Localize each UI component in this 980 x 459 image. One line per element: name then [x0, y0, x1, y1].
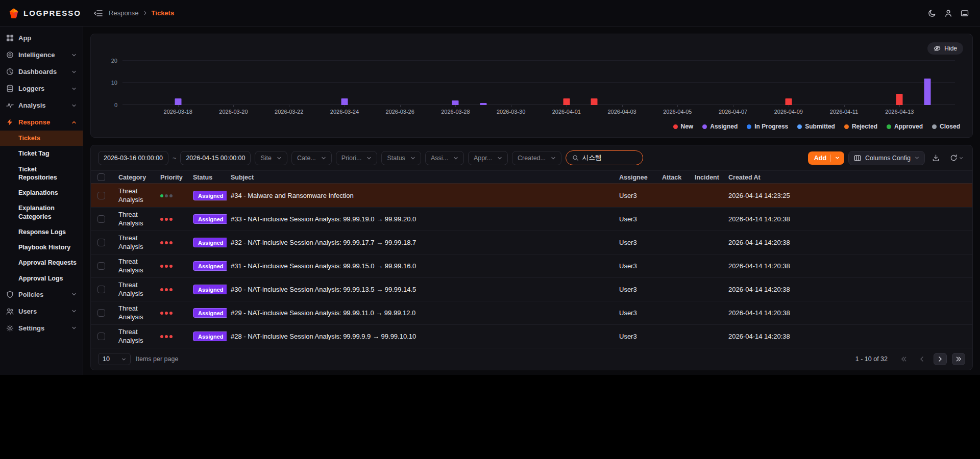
legend-item-in-progress[interactable]: In Progress — [747, 123, 788, 130]
last-page-button[interactable] — [952, 353, 965, 365]
table-row[interactable]: Threat AnalysisAssigned#30 - NAT-inclusi… — [91, 278, 972, 301]
priority-dot-icon — [160, 241, 163, 244]
ticket-subject[interactable]: #29 - NAT-inclusive Session Analysis: 99… — [227, 309, 615, 317]
row-checkbox[interactable] — [97, 309, 105, 317]
add-ticket-button[interactable]: Add — [808, 151, 844, 165]
filter-dropdown-created[interactable]: Created... — [512, 151, 561, 165]
row-checkbox[interactable] — [97, 286, 105, 293]
ticket-subject[interactable]: #34 - Malware and Ransomware Infection — [227, 192, 615, 199]
column-header-priority[interactable]: Priority — [156, 174, 189, 181]
logpresso-logo[interactable]: LOGPRESSO — [8, 8, 81, 19]
sidebar-item-app[interactable]: App — [0, 30, 83, 46]
search-input[interactable]: 시스템 — [566, 150, 643, 165]
row-checkbox[interactable] — [97, 239, 105, 246]
bar-assigned-2026-03-18[interactable] — [175, 98, 181, 105]
user-menu-button[interactable] — [941, 6, 955, 20]
sidebar-subitem-explanations[interactable]: Explanations — [0, 185, 83, 200]
hide-chart-button[interactable]: Hide — [927, 42, 963, 55]
row-checkbox[interactable] — [97, 192, 105, 199]
column-header-status[interactable]: Status — [189, 174, 227, 181]
sidebar-subitem-explanation-categories[interactable]: Explanation Categories — [0, 200, 83, 224]
table-row[interactable]: Threat AnalysisAssigned#29 - NAT-inclusi… — [91, 301, 972, 325]
table-row[interactable]: Threat AnalysisAssigned#28 - NAT-inclusi… — [91, 325, 972, 348]
row-checkbox[interactable] — [97, 215, 105, 223]
legend-item-assigned[interactable]: Assigned — [702, 123, 738, 130]
sidebar-item-loggers[interactable]: Loggers — [0, 80, 83, 97]
legend-item-closed[interactable]: Closed — [932, 123, 960, 130]
sidebar-item-intelligence[interactable]: Intelligence — [0, 46, 83, 63]
ticket-subject[interactable]: #28 - NAT-inclusive Session Analysis: 99… — [227, 333, 615, 340]
shortcuts-button[interactable] — [958, 6, 972, 20]
ticket-priority — [156, 312, 189, 315]
row-checkbox[interactable] — [97, 262, 105, 270]
bar-new-2026-04-09[interactable] — [785, 98, 792, 105]
sidebar-item-dashboards[interactable]: Dashboards — [0, 63, 83, 80]
filter-dropdown-cate[interactable]: Cate... — [291, 151, 332, 165]
filter-dropdown-assi[interactable]: Assi... — [425, 151, 464, 165]
page-size-select[interactable]: 10 — [98, 353, 131, 365]
sidebar-item-users[interactable]: Users — [0, 303, 83, 320]
sidebar-subitem-tickets[interactable]: Tickets — [0, 131, 83, 146]
filter-dropdown-label: Created... — [518, 155, 546, 162]
column-header-category[interactable]: Category — [114, 174, 156, 181]
sidebar-item-analysis[interactable]: Analysis — [0, 97, 83, 114]
table-row[interactable]: Threat AnalysisAssigned#31 - NAT-inclusi… — [91, 254, 972, 278]
prev-page-button[interactable] — [915, 353, 928, 365]
filter-dropdown-appr[interactable]: Appr... — [468, 151, 508, 165]
breadcrumb-response[interactable]: Response — [109, 9, 139, 17]
column-header-created-at[interactable]: Created At — [724, 174, 792, 181]
sidebar-subitem-ticket-repositories[interactable]: Ticket Repositories — [0, 162, 83, 186]
filter-dropdown-status[interactable]: Status — [381, 151, 421, 165]
select-all-checkbox[interactable] — [97, 173, 105, 181]
row-checkbox[interactable] — [97, 333, 105, 340]
legend-item-approved[interactable]: Approved — [887, 123, 923, 130]
legend-item-submitted[interactable]: Submitted — [797, 123, 835, 130]
ticket-subject[interactable]: #31 - NAT-inclusive Session Analysis: 99… — [227, 262, 615, 270]
bar-assigned-2026-04-14[interactable] — [924, 79, 930, 106]
bar-assigned-2026-03-24[interactable] — [341, 98, 348, 105]
ticket-subject[interactable]: #33 - NAT-inclusive Session Analysis: 99… — [227, 215, 615, 223]
ticket-subject[interactable]: #30 - NAT-inclusive Session Analysis: 99… — [227, 286, 615, 293]
sidebar-item-response[interactable]: Response — [0, 114, 83, 131]
columns-config-button[interactable]: Columns Config — [848, 151, 925, 165]
sidebar-item-settings[interactable]: Settings — [0, 320, 83, 337]
breadcrumb-tickets[interactable]: Tickets — [152, 9, 175, 17]
sidebar-collapse-button[interactable] — [91, 7, 105, 20]
bar-assigned-2026-03-28[interactable] — [452, 100, 459, 105]
bar-new-2026-04-01[interactable] — [563, 98, 570, 105]
bar-new-2026-04-02[interactable] — [591, 98, 598, 105]
table-row[interactable]: Threat AnalysisAssigned#34 - Malware and… — [91, 184, 972, 208]
x-axis-label: 2026-04-13 — [885, 109, 914, 115]
column-header-assignee[interactable]: Assignee — [615, 174, 658, 181]
table-row[interactable]: Threat AnalysisAssigned#33 - NAT-inclusi… — [91, 208, 972, 231]
filter-dropdown-site[interactable]: Site — [255, 151, 287, 165]
column-header-incident[interactable]: Incident — [691, 174, 724, 181]
sidebar-subitem-approval-logs[interactable]: Approval Logs — [0, 271, 83, 286]
legend-item-rejected[interactable]: Rejected — [844, 123, 877, 130]
table-row[interactable]: Threat AnalysisAssigned#32 - NAT-inclusi… — [91, 231, 972, 254]
priority-dot-icon — [160, 335, 163, 338]
filter-dropdown-label: Assi... — [431, 155, 448, 162]
legend-item-new[interactable]: New — [673, 123, 694, 130]
first-page-button[interactable] — [897, 353, 910, 365]
date-to-input[interactable]: 2026-04-15 00:00:00 — [180, 151, 251, 165]
date-from-input[interactable]: 2026-03-16 00:00:00 — [98, 151, 168, 165]
bar-assigned-2026-03-29[interactable] — [480, 103, 486, 105]
chevron-down-icon — [71, 69, 77, 74]
priority-dot-icon — [169, 312, 173, 315]
sidebar-subitem-playbook-history[interactable]: Playbook History — [0, 240, 83, 255]
sidebar-subitem-approval-requests[interactable]: Approval Requests — [0, 255, 83, 270]
bar-new-2026-04-13[interactable] — [896, 94, 903, 105]
export-button[interactable] — [929, 152, 943, 164]
sidebar-subitem-ticket-tag[interactable]: Ticket Tag — [0, 146, 83, 161]
sidebar-subitem-response-logs[interactable]: Response Logs — [0, 224, 83, 240]
column-header-subject[interactable]: Subject — [227, 174, 615, 181]
column-header-attack[interactable]: Attack — [658, 174, 691, 181]
sidebar-item-policies[interactable]: Policies — [0, 286, 83, 303]
refresh-button[interactable] — [947, 152, 966, 164]
next-page-button[interactable] — [934, 353, 947, 365]
chevron-down-icon — [453, 156, 458, 161]
filter-dropdown-priori[interactable]: Priori... — [336, 151, 378, 165]
ticket-subject[interactable]: #32 - NAT-inclusive Session Analysis: 99… — [227, 239, 615, 246]
theme-toggle-button[interactable] — [925, 6, 939, 20]
